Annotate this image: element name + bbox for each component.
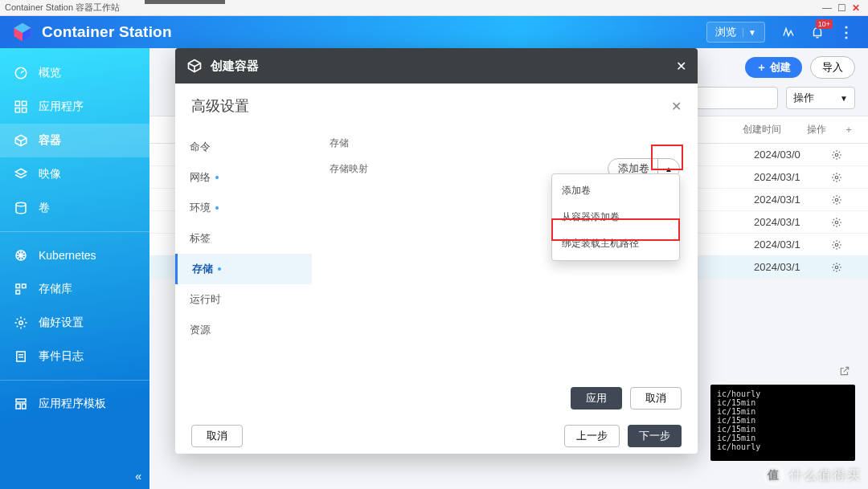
sidebar-item-kubernetes[interactable]: Kubernetes xyxy=(0,238,149,272)
sidebar-item-templates[interactable]: 应用程序模板 xyxy=(0,387,149,421)
advanced-nav-item[interactable]: 运行时 xyxy=(175,284,312,315)
advanced-main: 存储 存储映射 添加卷 ▲ 添加 xyxy=(312,124,698,378)
gauge-icon xyxy=(13,65,29,81)
window-maximize-button[interactable]: ☐ xyxy=(834,2,849,14)
modal-cancel-button[interactable]: 取消 xyxy=(191,425,243,447)
section-label: 存储 xyxy=(330,137,680,150)
advanced-settings-title: 高级设置 xyxy=(191,96,249,116)
titlebar-decor xyxy=(145,0,225,4)
advanced-close-button[interactable]: ✕ xyxy=(671,99,682,114)
dot-indicator-icon xyxy=(215,206,219,210)
advanced-nav-item[interactable]: 命令 xyxy=(175,132,312,162)
notifications-icon[interactable]: 10+ xyxy=(807,22,828,43)
app-logo xyxy=(11,21,34,43)
row-created: 2024/03/0 xyxy=(754,149,818,161)
sidebar-item-label: 应用程序 xyxy=(39,100,84,114)
activity-icon[interactable] xyxy=(778,22,799,43)
add-column-icon[interactable]: ＋ xyxy=(844,123,855,137)
row-gear-icon[interactable] xyxy=(818,217,855,228)
svg-rect-4 xyxy=(15,101,19,105)
dot-indicator-icon xyxy=(218,267,221,271)
svg-point-20 xyxy=(835,198,838,202)
terminal-line: ic/15min xyxy=(717,434,850,442)
terminal-line: ic/hourly xyxy=(717,442,850,451)
menu-item-add-volume-from-container[interactable]: 从容器添加卷 xyxy=(552,204,679,230)
sidebar-item-label: 映像 xyxy=(39,167,61,181)
bulk-action-label: 操作 xyxy=(793,91,814,105)
row-created: 2024/03/1 xyxy=(754,238,818,251)
advanced-nav-item[interactable]: 资源 xyxy=(175,315,312,345)
col-ops: 操作 xyxy=(807,123,844,137)
window-minimize-button[interactable]: — xyxy=(820,2,834,14)
sidebar-item-eventlog[interactable]: 事件日志 xyxy=(0,340,149,373)
svg-point-18 xyxy=(835,153,838,157)
import-button[interactable]: 导入 xyxy=(810,56,855,79)
sidebar-item-label: 偏好设置 xyxy=(39,316,84,330)
terminal-line: ic/15min xyxy=(717,425,850,434)
advanced-nav-label: 运行时 xyxy=(190,292,221,307)
notification-badge: 10+ xyxy=(816,19,833,29)
advanced-nav-label: 资源 xyxy=(190,323,211,337)
row-gear-icon[interactable] xyxy=(818,262,855,273)
helm-wheel-icon xyxy=(13,247,29,263)
row-created: 2024/03/1 xyxy=(754,171,818,183)
row-created: 2024/03/1 xyxy=(754,194,818,206)
sidebar-item-images[interactable]: 映像 xyxy=(0,157,149,191)
sidebar: 概览 应用程序 容器 映像 卷 Kubernetes xyxy=(0,48,149,489)
cube-icon xyxy=(13,132,29,149)
window-close-button[interactable]: ✕ xyxy=(849,2,863,14)
sidebar-item-label: 卷 xyxy=(39,201,50,215)
modal-footer: 取消 上一步 下一步 xyxy=(175,418,698,454)
advanced-settings-panel: 高级设置 ✕ 命令网络环境标签存储运行时资源 存储 存储映射 添加卷 ▲ xyxy=(175,84,698,418)
svg-rect-12 xyxy=(16,291,20,295)
sidebar-item-label: 概览 xyxy=(39,66,61,80)
adv-cancel-button[interactable]: 取消 xyxy=(630,387,682,410)
col-created[interactable]: 创建时间 xyxy=(743,123,807,137)
advanced-nav-item[interactable]: 环境 xyxy=(175,193,312,223)
svg-rect-17 xyxy=(23,404,27,409)
more-menu-icon[interactable]: ⋮ xyxy=(836,22,857,43)
row-gear-icon[interactable] xyxy=(818,239,855,251)
browse-button-label: 浏览 xyxy=(715,25,736,39)
sidebar-collapse-button[interactable]: « xyxy=(135,470,141,483)
sidebar-item-apps[interactable]: 应用程序 xyxy=(0,90,149,124)
row-gear-icon[interactable] xyxy=(818,194,855,206)
browse-button[interactable]: 浏览 ▼ xyxy=(706,22,765,43)
popout-icon[interactable] xyxy=(839,365,850,377)
advanced-nav-item[interactable]: 存储 xyxy=(175,254,312,284)
svg-rect-15 xyxy=(16,399,26,402)
row-gear-icon[interactable] xyxy=(818,149,855,161)
svg-point-21 xyxy=(835,221,838,224)
sidebar-item-preferences[interactable]: 偏好设置 xyxy=(0,306,149,340)
menu-item-bind-mount-host-path[interactable]: 绑定装载主机路径 xyxy=(552,230,679,257)
row-gear-icon[interactable] xyxy=(818,172,855,183)
terminal-line: ic/15min xyxy=(717,398,850,407)
window-title: Container Station 容器工作站 xyxy=(5,2,120,14)
gear-icon xyxy=(13,315,29,331)
app-header: Container Station 浏览 ▼ 10+ ⋮ xyxy=(0,16,868,48)
apply-button[interactable]: 应用 xyxy=(571,387,622,410)
os-titlebar: Container Station 容器工作站 — ☐ ✕ xyxy=(0,0,868,16)
mapping-label: 存储映射 xyxy=(330,162,368,176)
prev-step-button[interactable]: 上一步 xyxy=(564,425,620,447)
sidebar-item-registries[interactable]: 存储库 xyxy=(0,272,149,306)
sidebar-divider xyxy=(0,231,149,232)
layers-icon xyxy=(13,166,29,182)
menu-item-add-volume[interactable]: 添加卷 xyxy=(552,177,679,204)
bulk-action-select[interactable]: 操作 ▼ xyxy=(786,87,855,109)
sidebar-item-volumes[interactable]: 卷 xyxy=(0,191,149,225)
sidebar-item-containers[interactable]: 容器 xyxy=(0,124,149,157)
svg-point-13 xyxy=(19,321,23,325)
cube-icon xyxy=(186,58,203,74)
advanced-nav-item[interactable]: 网络 xyxy=(175,162,312,193)
next-step-button[interactable]: 下一步 xyxy=(628,425,682,447)
create-button[interactable]: ＋ 创建 xyxy=(745,57,802,78)
modal-close-button[interactable]: ✕ xyxy=(676,59,686,74)
advanced-nav-item[interactable]: 标签 xyxy=(175,223,312,254)
svg-rect-10 xyxy=(16,284,20,288)
sidebar-item-label: 应用程序模板 xyxy=(39,397,106,411)
sidebar-item-label: 存储库 xyxy=(39,282,72,296)
svg-rect-11 xyxy=(23,284,27,288)
sidebar-item-overview[interactable]: 概览 xyxy=(0,56,149,90)
modal-title: 创建容器 xyxy=(211,59,259,74)
